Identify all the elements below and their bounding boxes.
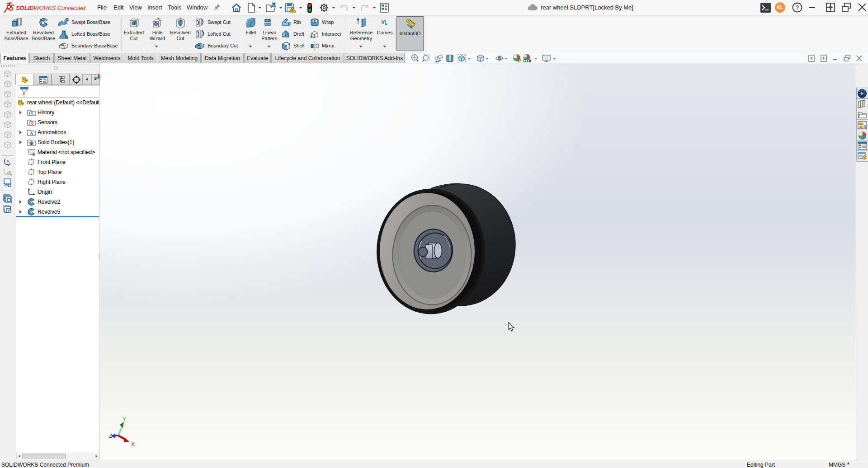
svg-text:Y: Y	[123, 416, 126, 422]
svg-text:?: ?	[796, 4, 799, 11]
svg-text:Z: Z	[109, 433, 112, 439]
svg-text:!: !	[292, 8, 293, 13]
svg-text:X: X	[131, 441, 135, 448]
svg-text:SOLIDWORKS Connected: SOLIDWORKS Connected	[16, 5, 85, 11]
svg-text:A: A	[30, 131, 33, 136]
